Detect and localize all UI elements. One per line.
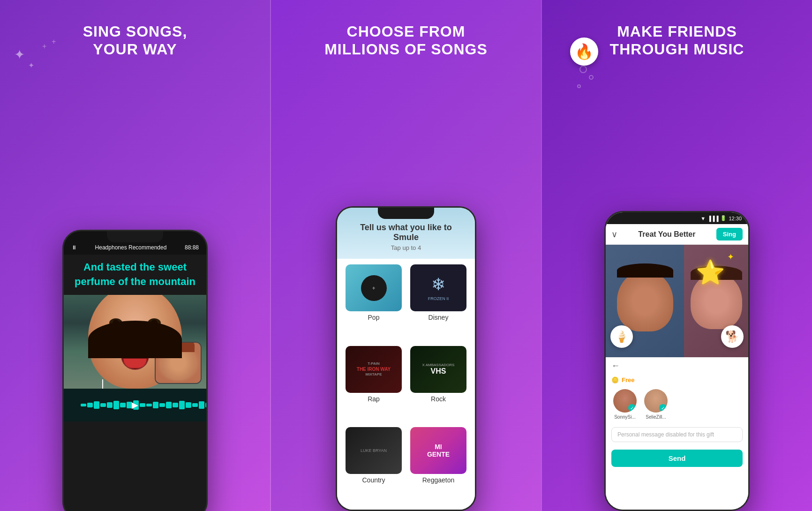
pop-album-art: ÷ [346,264,402,311]
panel-3-title: MAKE FRIENDS THROUGH MUSIC [610,23,744,59]
play-icon[interactable]: ▶ [132,400,138,410]
left-singer-hair [617,263,673,278]
phone-2-wrap: Tell us what you like to Smule Tap up to… [336,206,476,511]
phone3-status-bar: ▼ ▐▐▐ 🔋 12:30 [606,212,748,224]
phone-2: Tell us what you like to Smule Tap up to… [336,206,476,511]
earphone-wire [102,379,103,389]
battery-icon: 🔋 [720,215,727,221]
disney-label: Disney [429,314,449,321]
wave-bars [81,396,158,414]
user-2-wrap[interactable]: ✓ SelieZill... [644,389,668,420]
circle-deco-2 [589,75,594,80]
star-burst-decoration: ⭐ [696,259,725,286]
lyrics-display: And tasted the sweet perfume of the moun… [64,255,206,295]
phone-notch [107,231,163,242]
genre-header-subtitle: Tap up to 4 [346,244,466,251]
frozen-label: FROZEN II [428,296,449,301]
panel-make-friends: 🔥 MAKE FRIENDS THROUGH MUSIC ▼ ▐▐▐ 🔋 12:… [542,0,812,511]
genre-grid: ÷ Pop ❄ FROZEN II Disney [337,259,475,510]
genre-reggaeton[interactable]: MIGENTE Reggaeton [408,427,468,504]
coin-icon: 🪙 [611,376,619,383]
phone3-bottom-section: ← 🪙 Free ✓ [606,357,748,510]
headphones-label: Headphones Recommended [95,244,167,251]
star-icon: ⭐ [696,259,725,286]
signal-icon: ▐▐▐ [707,216,718,221]
back-icon: ← [611,361,620,371]
genre-header-title: Tell us what you like to Smule [346,223,466,242]
genre-rock[interactable]: X AMBASSADORS VHS Rock [408,346,468,423]
song-title: Treat You Better [621,230,713,239]
emoji-bubble-icecream: 🍦 [610,325,633,348]
snowflake-icon: ❄ [431,275,445,294]
iron-way-album: T-PAIN THE IRON WAY MIXTAPE [346,346,402,393]
user-1-check: ✓ [628,404,636,412]
reggaeton-album-text: MIGENTE [427,443,450,458]
rock-label: Rock [431,395,446,403]
phone-3-wrap: ▼ ▐▐▐ 🔋 12:30 ∨ Treat You Better Sing [604,211,750,511]
genre-country[interactable]: LUKE BRYAN Country [344,427,404,504]
user-1-name: SonnySi... [614,414,636,420]
pause-icon: ⏸ [71,244,77,251]
status-time: 12:30 [729,216,742,221]
circle-deco-3 [577,84,581,88]
user-2-check: ✓ [659,404,667,412]
panel-2-title: CHOOSE FROM MILLIONS OF SONGS [324,23,488,59]
vhs-album-text: X AMBASSADORS VHS [422,363,455,376]
message-input[interactable]: Personal message disabled for this gift [611,427,743,442]
genre-rap[interactable]: T-PAIN THE IRON WAY MIXTAPE Rap [344,346,404,423]
vhs-album: X AMBASSADORS VHS [410,346,466,393]
dropdown-icon[interactable]: ∨ [611,229,617,240]
send-button[interactable]: Send [611,450,743,467]
reggaeton-album-art: MIGENTE [410,427,466,474]
singer-video [64,295,206,389]
luke-bryan-album: LUKE BRYAN [346,427,402,474]
user-1-avatar: ✓ [613,389,637,413]
fire-emoji-decoration: 🔥 [570,38,598,66]
phone-1: ⏸ Headphones Recommended 88:88 And taste… [62,230,208,511]
wave-bars-2 [159,396,208,414]
emoji-bubble-dog: 🐕 [721,325,744,348]
lyrics-line2: perfume of the mountain [73,275,197,289]
free-label: Free [622,376,634,383]
lyrics-line1: And tasted the sweet [73,260,197,275]
small-star-1: ✦ [727,252,734,262]
divide-circle: ÷ [361,275,387,301]
free-label-row: 🪙 Free [606,375,748,385]
timer-display: 88:88 [185,244,199,251]
wifi-icon: ▼ [700,216,706,221]
phone-1-screen: ⏸ Headphones Recommended 88:88 And taste… [64,231,206,421]
frozen-album: ❄ FROZEN II [410,264,466,311]
rock-album-art: X AMBASSADORS VHS [410,346,466,393]
phone-2-screen: Tell us what you like to Smule Tap up to… [337,208,475,510]
phone-3: ▼ ▐▐▐ 🔋 12:30 ∨ Treat You Better Sing [604,211,750,511]
country-album-text: LUKE BRYAN [361,448,387,453]
panel-sing-songs: ✦ ✦ + + SING SONGS, YOUR WAY ⏸ Headphone… [0,0,270,511]
panel-millions-songs: CHOOSE FROM MILLIONS OF SONGS Tell us wh… [270,0,542,511]
genre-pop[interactable]: ÷ Pop [344,264,404,341]
star-deco-3: + [42,42,46,51]
phone-3-screen: ▼ ▐▐▐ 🔋 12:30 ∨ Treat You Better Sing [606,212,748,510]
back-button[interactable]: ← [606,357,748,375]
user-1-wrap[interactable]: ✓ SonnySi... [613,389,637,420]
left-singer-avatar [617,271,673,331]
star-deco-1: ✦ [14,47,25,62]
country-label: Country [362,476,385,484]
disney-album-art: ❄ FROZEN II [410,264,466,311]
genre-disney[interactable]: ❄ FROZEN II Disney [408,264,468,341]
star-deco-4: + [52,38,56,46]
waveform: ▶ [64,389,206,421]
users-row: ✓ SonnySi... ✓ SelieZill... [606,385,748,423]
sing-button[interactable]: Sing [716,228,743,240]
rap-album-text: T-PAIN THE IRON WAY MIXTAPE [357,361,391,377]
country-album-art: LUKE BRYAN [346,427,402,474]
singer-face-bg [64,295,206,389]
pop-label: Pop [368,314,380,321]
reggaeton-label: Reggaeton [422,476,455,484]
rap-album-art: T-PAIN THE IRON WAY MIXTAPE [346,346,402,393]
mi-gente-album: MIGENTE [410,427,466,474]
user-2-avatar: ✓ [644,389,668,413]
star-deco-2: ✦ [28,61,34,70]
panel-1-title: SING SONGS, YOUR WAY [83,23,188,59]
phone-2-notch [378,208,434,219]
wave-bars-container: ▶ [71,396,199,414]
